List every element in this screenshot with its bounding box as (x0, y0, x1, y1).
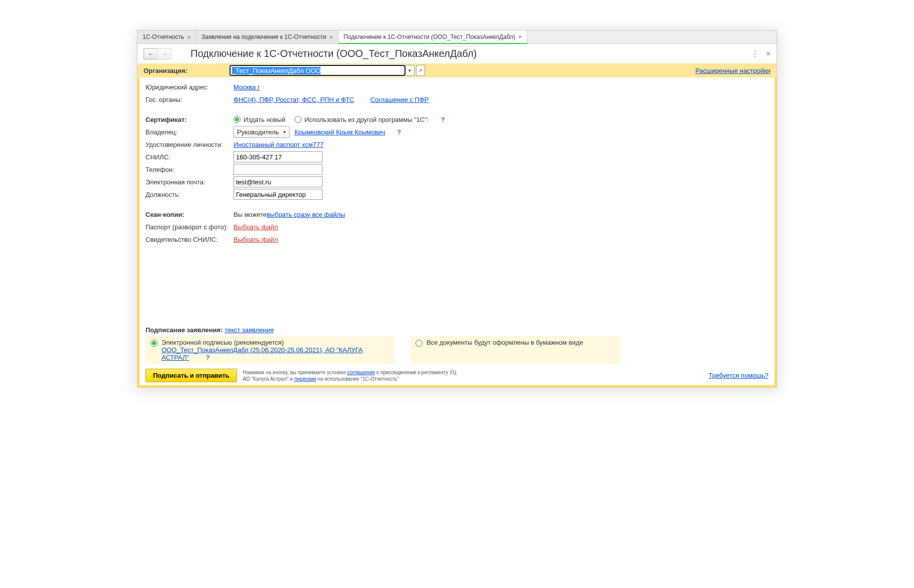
signing-title-prefix: Подписание заявления: (146, 326, 224, 334)
fine-print: Нажимая на кнопку, вы принимаете условия… (243, 369, 456, 382)
close-icon[interactable]: × (329, 33, 333, 41)
gos-agreement-link[interactable]: Соглашение с ПФР (370, 96, 429, 103)
org-input[interactable] (230, 65, 406, 76)
sign-electronic-label: Электронной подписью (рекомендуется) (162, 339, 390, 346)
snils-doc-label: Свидетельство СНИЛС: (146, 236, 234, 243)
email-label: Электронная почта: (146, 178, 234, 186)
submit-button[interactable]: Подписать и отправить (146, 369, 237, 382)
signing-section: Подписание заявления: текст заявления Эл… (146, 326, 768, 364)
org-label: Организация: (144, 67, 230, 74)
position-label: Должность: (146, 191, 234, 198)
cert-radio-new[interactable]: Издать новый (234, 116, 286, 123)
scans-hint-prefix: Вы можете (234, 211, 266, 218)
radio-on-icon (150, 340, 158, 347)
gos-value[interactable]: ФНС(4), ПФР, Росстат, ФСС, РПН и ФТС (234, 96, 354, 103)
advanced-settings-link[interactable]: Расширенные настройки (696, 67, 770, 74)
email-input[interactable] (234, 176, 322, 187)
owner-role: Руководитель (237, 128, 279, 136)
fine2b: на использование "1С-Отчетность" (316, 376, 399, 382)
tab-bar: 1С-Отчетность × Заявления на подключение… (138, 30, 776, 44)
passport-upload-link[interactable]: Выбрать файл (234, 223, 278, 231)
snils-upload-link[interactable]: Выбрать файл (234, 236, 278, 243)
need-help-link[interactable]: Требуется помощь? (708, 372, 768, 379)
cert-label: Сертификат: (146, 116, 234, 123)
cert-opt-new: Издать новый (244, 116, 286, 123)
sign-paper-label: Все документы будут оформлены в бумажном… (426, 339, 583, 346)
phone-input[interactable] (234, 164, 322, 175)
nav-back-button[interactable]: ← (144, 48, 158, 59)
form-content: Юридический адрес: Москва г Гос. органы:… (138, 77, 776, 387)
sign-box-electronic[interactable]: Электронной подписью (рекомендуется) ООО… (146, 336, 396, 364)
radio-on-icon (234, 116, 240, 123)
snils-label: СНИЛС: (146, 153, 234, 161)
help-icon[interactable]: ? (441, 116, 445, 123)
toolbar: ← → Подключение к 1С-Отчетности (ООО_Тес… (138, 44, 776, 63)
radio-off-icon (416, 340, 422, 347)
id-doc-label: Удостоверение личности: (146, 141, 234, 148)
chevron-down-icon: ▾ (284, 129, 286, 134)
org-open-button[interactable]: ↗ (416, 65, 425, 76)
snils-input[interactable] (234, 151, 322, 162)
org-combo: ▾ ↗ (230, 65, 425, 76)
footer: Подписать и отправить Нажимая на кнопку,… (146, 369, 768, 382)
fine2a: АО "Калуга Астрал" и (243, 376, 294, 382)
arrow-left-icon: ← (148, 50, 154, 57)
chevron-down-icon: ▾ (408, 68, 411, 73)
close-icon[interactable]: × (187, 33, 191, 41)
agreement-link[interactable]: соглашения (347, 370, 375, 375)
open-icon: ↗ (418, 68, 422, 73)
license-link[interactable]: лицензии (294, 376, 316, 382)
tab-applications[interactable]: Заявления на подключение к 1С-Отчетности… (196, 30, 338, 43)
app-window: 1С-Отчетность × Заявления на подключение… (137, 30, 777, 388)
organization-bar: Организация: ▾ ↗ Расширенные настройки (138, 63, 776, 77)
tab-label: Подключение к 1С-Отчетности (ООО_Тест_По… (344, 33, 515, 40)
owner-label: Владелец: (146, 128, 234, 136)
nav-forward-button[interactable]: → (158, 48, 172, 59)
tab-connection[interactable]: Подключение к 1С-Отчетности (ООО_Тест_По… (338, 30, 528, 44)
position-input[interactable] (234, 189, 322, 200)
close-icon[interactable]: × (518, 33, 522, 40)
scans-hint-link[interactable]: выбрать сразу все файлы (266, 211, 345, 218)
close-window-icon[interactable]: × (766, 49, 770, 58)
signing-text-link[interactable]: текст заявления (224, 326, 274, 334)
cert-opt-other: Использовать из другой программы "1С": (304, 116, 429, 123)
address-label: Юридический адрес: (146, 83, 234, 91)
owner-name-link[interactable]: Крымковский Крым Крымович (294, 128, 385, 136)
phone-label: Телефон: (146, 166, 234, 173)
help-icon[interactable]: ? (206, 354, 210, 361)
scans-title: Скан-копии: (146, 211, 234, 218)
radio-off-icon (294, 116, 302, 123)
tab-label: Заявления на подключение к 1С-Отчетности (202, 33, 326, 40)
page-title: Подключение к 1С-Отчетности (ООО_Тест_По… (190, 48, 476, 59)
cert-radio-other[interactable]: Использовать из другой программы "1С": (294, 116, 429, 123)
help-icon[interactable]: ? (397, 128, 401, 136)
org-dropdown-button[interactable]: ▾ (406, 65, 414, 76)
tab-reporting[interactable]: 1С-Отчетность × (138, 30, 196, 43)
sign-electronic-detail[interactable]: ООО_Тест_ПоказАнкелДабл (25.06.2020-25.0… (162, 346, 363, 361)
passport-label: Паспорт (разворот с фото): (146, 223, 234, 231)
fine1b: о присоединении к регламенту УЦ (375, 370, 456, 375)
owner-role-dropdown[interactable]: Руководитель ▾ (234, 126, 290, 138)
fine1a: Нажимая на кнопку, вы принимаете условия (243, 370, 347, 375)
arrow-right-icon: → (162, 50, 168, 57)
tab-label: 1С-Отчетность (142, 33, 184, 40)
more-menu-icon[interactable]: ⋮ (751, 49, 759, 58)
address-value[interactable]: Москва г (234, 83, 260, 91)
sign-box-paper[interactable]: Все документы будут оформлены в бумажном… (410, 336, 620, 364)
gos-label: Гос. органы: (146, 96, 234, 103)
id-doc-value[interactable]: Иностранный паспорт хсм777 (234, 141, 324, 148)
